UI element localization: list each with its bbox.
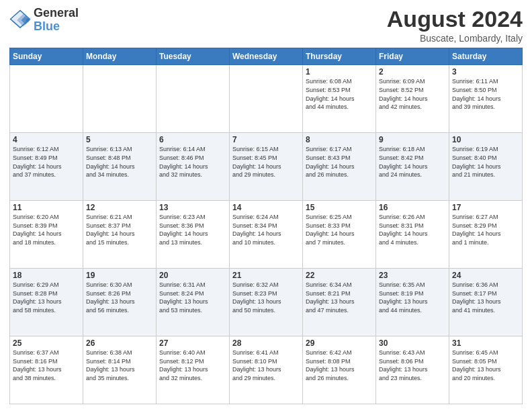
day-number: 8 bbox=[306, 135, 373, 144]
day-header-saturday: Saturday bbox=[449, 48, 523, 65]
day-cell: 22Sunrise: 6:34 AM Sunset: 8:21 PM Dayli… bbox=[303, 269, 376, 336]
day-info: Sunrise: 6:37 AM Sunset: 8:16 PM Dayligh… bbox=[13, 349, 80, 382]
day-info: Sunrise: 6:18 AM Sunset: 8:42 PM Dayligh… bbox=[379, 145, 446, 179]
day-info: Sunrise: 6:09 AM Sunset: 8:52 PM Dayligh… bbox=[379, 77, 446, 111]
day-number: 12 bbox=[86, 203, 153, 212]
day-cell: 28Sunrise: 6:41 AM Sunset: 8:10 PM Dayli… bbox=[230, 336, 303, 404]
day-info: Sunrise: 6:24 AM Sunset: 8:34 PM Dayligh… bbox=[232, 213, 300, 246]
day-number: 11 bbox=[13, 203, 80, 212]
day-cell: 27Sunrise: 6:40 AM Sunset: 8:12 PM Dayli… bbox=[157, 336, 230, 404]
week-row-3: 11Sunrise: 6:20 AM Sunset: 8:39 PM Dayli… bbox=[10, 201, 523, 269]
day-cell: 12Sunrise: 6:21 AM Sunset: 8:37 PM Dayli… bbox=[83, 201, 157, 269]
day-cell: 29Sunrise: 6:42 AM Sunset: 8:08 PM Dayli… bbox=[303, 336, 376, 404]
day-info: Sunrise: 6:31 AM Sunset: 8:24 PM Dayligh… bbox=[159, 281, 226, 314]
day-cell: 17Sunrise: 6:27 AM Sunset: 8:29 PM Dayli… bbox=[449, 201, 523, 269]
day-number: 26 bbox=[86, 338, 153, 348]
day-number: 17 bbox=[452, 203, 519, 212]
day-cell: 16Sunrise: 6:26 AM Sunset: 8:31 PM Dayli… bbox=[376, 201, 449, 269]
day-cell: 18Sunrise: 6:29 AM Sunset: 8:28 PM Dayli… bbox=[10, 269, 83, 336]
day-info: Sunrise: 6:38 AM Sunset: 8:14 PM Dayligh… bbox=[86, 349, 153, 382]
day-info: Sunrise: 6:27 AM Sunset: 8:29 PM Dayligh… bbox=[452, 213, 519, 246]
day-cell: 10Sunrise: 6:19 AM Sunset: 8:40 PM Dayli… bbox=[449, 133, 523, 201]
day-info: Sunrise: 6:20 AM Sunset: 8:39 PM Dayligh… bbox=[13, 213, 80, 246]
day-info: Sunrise: 6:36 AM Sunset: 8:17 PM Dayligh… bbox=[452, 281, 519, 314]
day-number: 3 bbox=[452, 67, 519, 77]
day-cell: 8Sunrise: 6:17 AM Sunset: 8:43 PM Daylig… bbox=[303, 133, 376, 201]
logo-line2: Blue bbox=[34, 20, 79, 34]
day-cell: 3Sunrise: 6:11 AM Sunset: 8:50 PM Daylig… bbox=[449, 65, 523, 133]
day-info: Sunrise: 6:43 AM Sunset: 8:06 PM Dayligh… bbox=[379, 349, 446, 382]
day-number: 21 bbox=[232, 271, 300, 280]
day-number: 13 bbox=[159, 203, 226, 212]
calendar-subtitle: Buscate, Lombardy, Italy bbox=[387, 33, 523, 44]
day-header-wednesday: Wednesday bbox=[230, 48, 303, 65]
day-number: 28 bbox=[232, 338, 300, 348]
day-cell: 6Sunrise: 6:14 AM Sunset: 8:46 PM Daylig… bbox=[157, 133, 230, 201]
day-cell: 20Sunrise: 6:31 AM Sunset: 8:24 PM Dayli… bbox=[157, 269, 230, 336]
day-header-monday: Monday bbox=[83, 48, 157, 65]
day-cell: 15Sunrise: 6:25 AM Sunset: 8:33 PM Dayli… bbox=[303, 201, 376, 269]
day-info: Sunrise: 6:23 AM Sunset: 8:36 PM Dayligh… bbox=[159, 213, 226, 246]
day-number: 1 bbox=[306, 67, 373, 77]
day-cell: 23Sunrise: 6:35 AM Sunset: 8:19 PM Dayli… bbox=[376, 269, 449, 336]
day-info: Sunrise: 6:26 AM Sunset: 8:31 PM Dayligh… bbox=[379, 213, 446, 246]
day-info: Sunrise: 6:15 AM Sunset: 8:45 PM Dayligh… bbox=[232, 145, 300, 179]
day-info: Sunrise: 6:17 AM Sunset: 8:43 PM Dayligh… bbox=[306, 145, 373, 179]
day-number: 27 bbox=[159, 338, 226, 348]
day-info: Sunrise: 6:11 AM Sunset: 8:50 PM Dayligh… bbox=[452, 77, 519, 111]
day-number: 5 bbox=[86, 135, 153, 144]
day-number: 24 bbox=[452, 271, 519, 280]
day-header-thursday: Thursday bbox=[303, 48, 376, 65]
day-number: 16 bbox=[379, 203, 446, 212]
day-number: 19 bbox=[86, 271, 153, 280]
week-row-1: 1Sunrise: 6:08 AM Sunset: 8:53 PM Daylig… bbox=[10, 65, 523, 133]
day-cell: 1Sunrise: 6:08 AM Sunset: 8:53 PM Daylig… bbox=[303, 65, 376, 133]
day-cell bbox=[83, 65, 157, 133]
page: General Blue August 2024 Buscate, Lombar… bbox=[0, 0, 532, 411]
day-info: Sunrise: 6:19 AM Sunset: 8:40 PM Dayligh… bbox=[452, 145, 519, 179]
day-info: Sunrise: 6:30 AM Sunset: 8:26 PM Dayligh… bbox=[86, 281, 153, 314]
day-number: 15 bbox=[306, 203, 373, 212]
day-number: 18 bbox=[13, 271, 80, 280]
logo-icon bbox=[9, 9, 31, 31]
day-number: 25 bbox=[13, 338, 80, 348]
logo-line1: General bbox=[34, 7, 79, 20]
day-info: Sunrise: 6:13 AM Sunset: 8:48 PM Dayligh… bbox=[86, 145, 153, 179]
day-info: Sunrise: 6:34 AM Sunset: 8:21 PM Dayligh… bbox=[306, 281, 373, 314]
day-info: Sunrise: 6:40 AM Sunset: 8:12 PM Dayligh… bbox=[159, 349, 226, 382]
day-header-friday: Friday bbox=[376, 48, 449, 65]
day-cell: 31Sunrise: 6:45 AM Sunset: 8:05 PM Dayli… bbox=[449, 336, 523, 404]
week-row-5: 25Sunrise: 6:37 AM Sunset: 8:16 PM Dayli… bbox=[10, 336, 523, 404]
day-number: 29 bbox=[306, 338, 373, 348]
day-header-tuesday: Tuesday bbox=[157, 48, 230, 65]
week-row-4: 18Sunrise: 6:29 AM Sunset: 8:28 PM Dayli… bbox=[10, 269, 523, 336]
day-cell: 21Sunrise: 6:32 AM Sunset: 8:23 PM Dayli… bbox=[230, 269, 303, 336]
logo: General Blue bbox=[9, 7, 79, 34]
week-row-2: 4Sunrise: 6:12 AM Sunset: 8:49 PM Daylig… bbox=[10, 133, 523, 201]
day-cell: 26Sunrise: 6:38 AM Sunset: 8:14 PM Dayli… bbox=[83, 336, 157, 404]
day-info: Sunrise: 6:35 AM Sunset: 8:19 PM Dayligh… bbox=[379, 281, 446, 314]
day-number: 22 bbox=[306, 271, 373, 280]
day-cell: 5Sunrise: 6:13 AM Sunset: 8:48 PM Daylig… bbox=[83, 133, 157, 201]
day-cell bbox=[157, 65, 230, 133]
header-row: SundayMondayTuesdayWednesdayThursdayFrid… bbox=[10, 48, 523, 65]
day-info: Sunrise: 6:45 AM Sunset: 8:05 PM Dayligh… bbox=[452, 349, 519, 382]
calendar-table: SundayMondayTuesdayWednesdayThursdayFrid… bbox=[9, 48, 523, 404]
day-info: Sunrise: 6:25 AM Sunset: 8:33 PM Dayligh… bbox=[306, 213, 373, 246]
day-info: Sunrise: 6:08 AM Sunset: 8:53 PM Dayligh… bbox=[306, 77, 373, 111]
day-cell: 2Sunrise: 6:09 AM Sunset: 8:52 PM Daylig… bbox=[376, 65, 449, 133]
day-cell bbox=[10, 65, 83, 133]
day-cell: 14Sunrise: 6:24 AM Sunset: 8:34 PM Dayli… bbox=[230, 201, 303, 269]
day-number: 6 bbox=[159, 135, 226, 144]
day-number: 31 bbox=[452, 338, 519, 348]
day-cell: 4Sunrise: 6:12 AM Sunset: 8:49 PM Daylig… bbox=[10, 133, 83, 201]
day-info: Sunrise: 6:32 AM Sunset: 8:23 PM Dayligh… bbox=[232, 281, 300, 314]
day-number: 30 bbox=[379, 338, 446, 348]
day-header-sunday: Sunday bbox=[10, 48, 83, 65]
logo-text: General Blue bbox=[34, 7, 79, 34]
day-info: Sunrise: 6:41 AM Sunset: 8:10 PM Dayligh… bbox=[232, 349, 300, 382]
day-cell: 7Sunrise: 6:15 AM Sunset: 8:45 PM Daylig… bbox=[230, 133, 303, 201]
day-info: Sunrise: 6:12 AM Sunset: 8:49 PM Dayligh… bbox=[13, 145, 80, 179]
day-info: Sunrise: 6:21 AM Sunset: 8:37 PM Dayligh… bbox=[86, 213, 153, 246]
day-number: 23 bbox=[379, 271, 446, 280]
